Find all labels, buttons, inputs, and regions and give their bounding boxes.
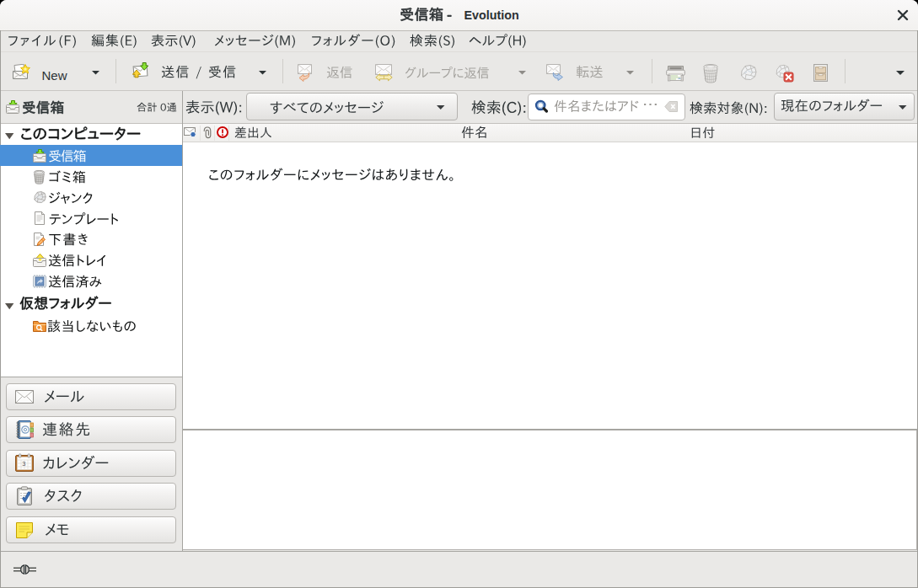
svg-text:3: 3 <box>22 460 25 468</box>
